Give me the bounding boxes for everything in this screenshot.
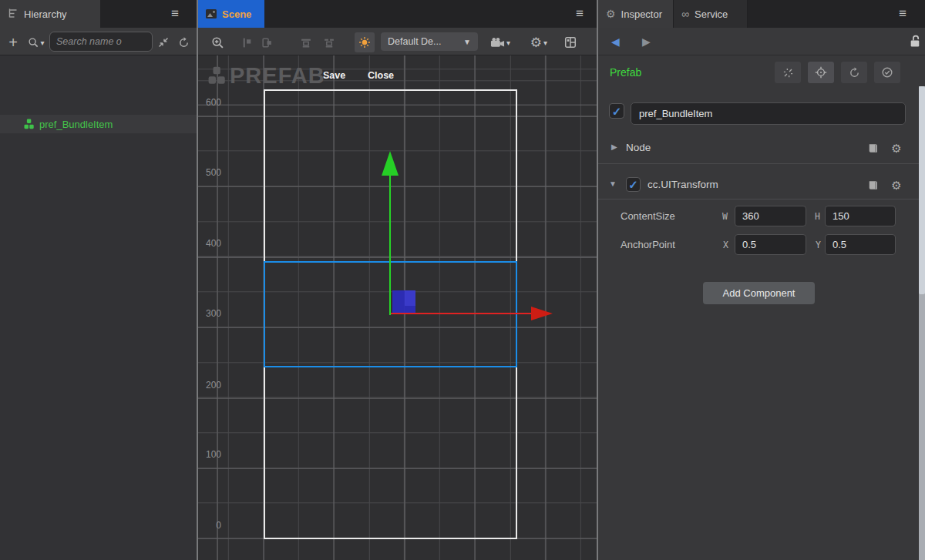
- inspector-menu-icon[interactable]: ≡: [899, 6, 906, 22]
- prefab-watermark-icon: [207, 66, 227, 86]
- hierarchy-node-pref-bundleitem[interactable]: pref_BundleItem: [0, 115, 197, 133]
- distribute-top-button[interactable]: [296, 32, 316, 52]
- check-circle-icon: [881, 66, 893, 79]
- align-center-icon: [261, 37, 273, 49]
- panel-divider-right[interactable]: [597, 0, 598, 560]
- uitransform-section-header[interactable]: ▼ ✓ cc.UITransform ⚙: [598, 173, 925, 197]
- contentsize-h-label: H: [815, 211, 820, 222]
- inspector-panel: ⚙ Inspector ∞ Service ≡ ◀ ▶ Prefab: [598, 0, 925, 560]
- prefab-cube-icon: [23, 119, 35, 130]
- gear-icon: ⚙: [530, 36, 542, 49]
- scene-settings-button[interactable]: ⚙ ▾: [525, 32, 553, 52]
- node-label: pref_BundleItem: [39, 119, 113, 130]
- layout-split-button[interactable]: [560, 32, 580, 52]
- node-docs-button[interactable]: [866, 141, 880, 155]
- ruler-label-300: 300: [201, 308, 221, 319]
- restore-prefab-button[interactable]: [841, 62, 867, 83]
- gizmo-y-axis-arrowhead[interactable]: [382, 151, 399, 176]
- search-input[interactable]: [49, 32, 153, 52]
- collapse-icon: [158, 37, 169, 48]
- anchorpoint-x-input[interactable]: [735, 234, 806, 255]
- anchorpoint-y-label: Y: [816, 240, 821, 250]
- tab-inspector-label: Inspector: [621, 8, 662, 20]
- expand-right-icon[interactable]: ▶: [611, 143, 617, 151]
- camera-view-button[interactable]: ▾: [486, 32, 514, 52]
- lighting-toggle-button[interactable]: [355, 32, 375, 52]
- zoom-tool-button[interactable]: [207, 32, 227, 52]
- section-divider: [598, 163, 919, 164]
- ruler-label-400: 400: [201, 238, 221, 249]
- prefab-close-button[interactable]: Close: [368, 70, 394, 81]
- book-icon: [868, 180, 879, 190]
- distribute-bottom-icon: [323, 37, 335, 49]
- tab-scene[interactable]: Scene: [198, 0, 264, 28]
- anchorpoint-y-input[interactable]: [825, 234, 896, 255]
- gear-icon: ⚙: [891, 143, 901, 154]
- anchorpoint-label: AnchorPoint: [621, 239, 675, 250]
- apply-prefab-button[interactable]: [874, 62, 900, 83]
- locate-prefab-asset-button[interactable]: [808, 62, 834, 83]
- chevron-down-icon: ▾: [543, 39, 547, 47]
- uitransform-section-label: cc.UITransform: [648, 179, 718, 190]
- tab-hierarchy[interactable]: Hierarchy: [0, 0, 100, 28]
- hierarchy-tree: pref_BundleItem: [0, 55, 197, 560]
- add-component-button[interactable]: Add Component: [703, 282, 815, 304]
- tab-inspector[interactable]: ⚙ Inspector: [598, 0, 673, 28]
- tab-service[interactable]: ∞ Service: [673, 0, 748, 28]
- align-left-button[interactable]: [237, 32, 257, 52]
- prefab-state-label: Prefab: [610, 66, 641, 79]
- scrollbar-thumb[interactable]: [919, 86, 925, 294]
- gizmo-x-axis[interactable]: [391, 313, 531, 314]
- scene-tabbar: Scene ≡: [198, 0, 597, 28]
- contentsize-w-input[interactable]: [735, 206, 806, 226]
- check-icon: ✓: [628, 179, 638, 190]
- hierarchy-tabbar: Hierarchy ≡: [0, 0, 197, 28]
- node-section-header[interactable]: ▶ Node ⚙: [598, 136, 925, 160]
- scene-viewport[interactable]: PREFAB Save Close 600 500 400 300 200 10…: [198, 55, 597, 560]
- ruler-label-200: 200: [201, 380, 221, 391]
- node-active-checkbox[interactable]: ✓: [609, 103, 624, 119]
- gizmo-y-axis[interactable]: [389, 176, 391, 315]
- prefab-watermark: PREFAB: [207, 63, 325, 89]
- gear-icon: ⚙: [891, 179, 901, 191]
- align-center-button[interactable]: [257, 32, 277, 52]
- add-node-button[interactable]: +: [3, 32, 23, 52]
- refresh-button[interactable]: [174, 32, 193, 52]
- inspector-body: Prefab ✓: [598, 55, 925, 560]
- expand-down-icon[interactable]: ▼: [609, 179, 617, 188]
- uitransform-settings-button[interactable]: ⚙: [890, 178, 903, 192]
- inspector-gear-icon: ⚙: [606, 8, 616, 19]
- lock-button[interactable]: [910, 35, 921, 50]
- node-name-input[interactable]: [631, 102, 906, 125]
- gizmo-x-axis-arrowhead[interactable]: [531, 307, 553, 320]
- node-settings-button[interactable]: ⚙: [890, 141, 903, 155]
- history-forward-button[interactable]: ▶: [642, 35, 651, 48]
- refresh-icon: [178, 37, 190, 49]
- gizmo-anchor-square[interactable]: [392, 290, 415, 314]
- distribute-bottom-button[interactable]: [319, 32, 339, 52]
- node-section-label: Node: [626, 142, 651, 153]
- contentsize-h-input[interactable]: [825, 206, 896, 226]
- ruler-label-0: 0: [201, 520, 221, 531]
- search-icon: [28, 37, 39, 49]
- gizmo-mode-value: Default De...: [388, 36, 441, 47]
- inspector-scrollbar[interactable]: [919, 86, 925, 560]
- prefab-watermark-label: PREFAB: [230, 63, 325, 89]
- chevron-down-icon: ▾: [40, 39, 44, 47]
- distribute-top-icon: [300, 37, 312, 49]
- tab-scene-label: Scene: [222, 8, 251, 20]
- section-divider: [598, 199, 919, 200]
- scene-menu-icon[interactable]: ≡: [576, 6, 584, 22]
- collapse-all-button[interactable]: [154, 32, 173, 52]
- uitransform-enabled-checkbox[interactable]: ✓: [626, 177, 641, 192]
- panel-divider-left[interactable]: [197, 0, 198, 560]
- check-icon: ✓: [612, 106, 622, 117]
- contentsize-w-label: W: [722, 211, 728, 222]
- search-filter-button[interactable]: ▾: [25, 32, 48, 52]
- unlink-prefab-button[interactable]: [775, 62, 801, 83]
- gizmo-mode-dropdown[interactable]: Default De... ▼: [381, 32, 478, 51]
- uitransform-docs-button[interactable]: [866, 178, 880, 192]
- prefab-save-button[interactable]: Save: [323, 70, 345, 81]
- history-back-button[interactable]: ◀: [611, 35, 620, 48]
- hierarchy-menu-icon[interactable]: ≡: [171, 6, 179, 22]
